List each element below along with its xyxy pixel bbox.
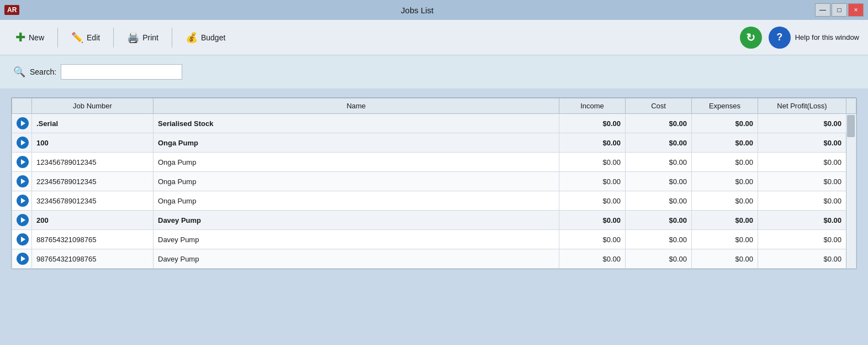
search-input[interactable]	[61, 64, 182, 80]
table-row: 987654321098765Davey Pump$0.00$0.00$0.00…	[12, 249, 856, 269]
row-arrow-cell	[12, 211, 32, 230]
row-navigate-button[interactable]	[17, 175, 29, 187]
row-arrow-cell	[12, 153, 32, 172]
print-icon: 🖨️	[127, 32, 139, 44]
row-arrow-cell	[12, 191, 32, 211]
row-navigate-button[interactable]	[17, 137, 29, 149]
row-navigate-button[interactable]	[17, 233, 29, 245]
row-expenses: $0.00	[692, 230, 758, 249]
col-header-jobnumber: Job Number	[32, 98, 154, 114]
row-name: Onga Pump	[154, 191, 559, 211]
arrow-circle-icon	[17, 195, 29, 207]
budget-icon: 💰	[186, 32, 198, 44]
row-income: $0.00	[559, 249, 626, 269]
new-label: New	[29, 33, 44, 42]
new-button[interactable]: ✚ New	[9, 28, 51, 47]
row-arrow-cell	[12, 249, 32, 269]
row-job-number: 323456789012345	[32, 191, 154, 211]
toolbar-separator-3	[172, 28, 172, 48]
row-navigate-button[interactable]	[17, 195, 29, 207]
row-net-profit: $0.00	[758, 133, 846, 153]
jobs-table-container: Job Number Name Income Cost Expenses Net…	[11, 97, 857, 269]
row-net-profit: $0.00	[758, 249, 846, 269]
row-expenses: $0.00	[692, 153, 758, 172]
minimize-button[interactable]: —	[815, 3, 830, 17]
edit-button[interactable]: ✏️ Edit	[65, 28, 107, 47]
arrow-circle-icon	[17, 175, 29, 187]
table-row: 100Onga Pump$0.00$0.00$0.00$0.00	[12, 133, 856, 153]
row-cost: $0.00	[626, 172, 692, 191]
row-income: $0.00	[559, 191, 626, 211]
row-cost: $0.00	[626, 153, 692, 172]
arrow-circle-icon	[17, 137, 29, 149]
table-row: 200Davey Pump$0.00$0.00$0.00$0.00	[12, 211, 856, 230]
row-cost: $0.00	[626, 133, 692, 153]
table-row: 887654321098765Davey Pump$0.00$0.00$0.00…	[12, 230, 856, 249]
print-button[interactable]: 🖨️ Print	[120, 28, 165, 47]
table-row: 223456789012345Onga Pump$0.00$0.00$0.00$…	[12, 172, 856, 191]
col-header-arrow	[12, 98, 32, 114]
col-header-expenses: Expenses	[692, 98, 758, 114]
main-content: Job Number Name Income Cost Expenses Net…	[0, 88, 868, 278]
row-income: $0.00	[559, 172, 626, 191]
arrow-circle-icon	[17, 253, 29, 265]
window-controls: — □ ×	[815, 3, 864, 17]
row-net-profit: $0.00	[758, 114, 846, 133]
row-net-profit: $0.00	[758, 153, 846, 172]
budget-label: Budget	[201, 33, 225, 42]
row-name: Onga Pump	[154, 133, 559, 153]
help-label: Help for this window	[795, 33, 859, 41]
row-expenses: $0.00	[692, 172, 758, 191]
row-name: Serialised Stock	[154, 114, 559, 133]
row-income: $0.00	[559, 133, 626, 153]
row-job-number: 887654321098765	[32, 230, 154, 249]
row-net-profit: $0.00	[758, 211, 846, 230]
arrow-circle-icon	[17, 214, 29, 226]
col-header-cost: Cost	[626, 98, 692, 114]
budget-button[interactable]: 💰 Budget	[179, 28, 232, 47]
row-arrow-cell	[12, 133, 32, 153]
row-cost: $0.00	[626, 114, 692, 133]
help-button[interactable]: ?	[769, 27, 791, 49]
scrollbar-column[interactable]	[846, 114, 856, 269]
row-navigate-button[interactable]	[17, 253, 29, 265]
toolbar-right: ↻ ? Help for this window	[740, 27, 859, 49]
row-name: Onga Pump	[154, 153, 559, 172]
row-cost: $0.00	[626, 211, 692, 230]
window-title: Jobs List	[19, 6, 815, 15]
row-name: Davey Pump	[154, 249, 559, 269]
table-row: 323456789012345Onga Pump$0.00$0.00$0.00$…	[12, 191, 856, 211]
row-net-profit: $0.00	[758, 172, 846, 191]
row-arrow-cell	[12, 114, 32, 133]
row-arrow-cell	[12, 230, 32, 249]
row-job-number: 123456789012345	[32, 153, 154, 172]
col-header-name: Name	[154, 98, 559, 114]
table-row: .SerialSerialised Stock$0.00$0.00$0.00$0…	[12, 114, 856, 133]
ar-badge: AR	[4, 5, 19, 15]
row-cost: $0.00	[626, 230, 692, 249]
row-navigate-button[interactable]	[17, 214, 29, 226]
arrow-circle-icon	[17, 117, 29, 129]
row-net-profit: $0.00	[758, 191, 846, 211]
toolbar-separator-1	[57, 28, 58, 48]
arrow-circle-icon	[17, 233, 29, 245]
table-header-row: Job Number Name Income Cost Expenses Net…	[12, 98, 856, 114]
toolbar: ✚ New ✏️ Edit 🖨️ Print 💰 Budget ↻ ? Help…	[0, 20, 868, 55]
edit-label: Edit	[87, 33, 100, 42]
new-icon: ✚	[15, 32, 25, 44]
row-expenses: $0.00	[692, 114, 758, 133]
row-expenses: $0.00	[692, 133, 758, 153]
row-navigate-button[interactable]	[17, 156, 29, 168]
row-expenses: $0.00	[692, 249, 758, 269]
maximize-button[interactable]: □	[832, 3, 847, 17]
close-button[interactable]: ×	[848, 3, 864, 17]
search-icon: 🔍	[13, 66, 25, 78]
col-header-scrollbar	[846, 98, 856, 114]
print-label: Print	[142, 33, 158, 42]
row-job-number: 223456789012345	[32, 172, 154, 191]
refresh-button[interactable]: ↻	[740, 27, 762, 49]
row-arrow-cell	[12, 172, 32, 191]
row-navigate-button[interactable]	[17, 117, 29, 129]
row-expenses: $0.00	[692, 191, 758, 211]
row-cost: $0.00	[626, 249, 692, 269]
